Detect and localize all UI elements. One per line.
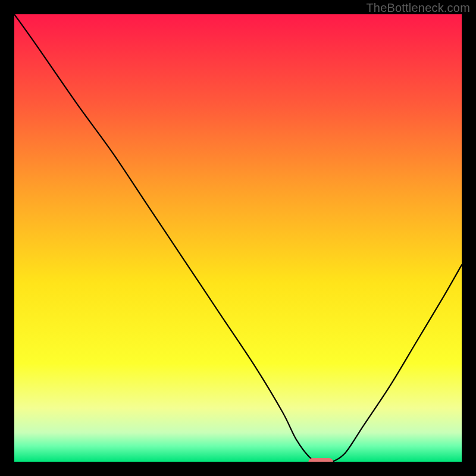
optimal-marker: [308, 458, 333, 462]
plot-area: [14, 14, 462, 462]
watermark-text: TheBottleneck.com: [366, 1, 470, 15]
gradient-background: [14, 14, 462, 462]
chart-frame: TheBottleneck.com: [0, 0, 476, 476]
chart-svg: [14, 14, 462, 462]
